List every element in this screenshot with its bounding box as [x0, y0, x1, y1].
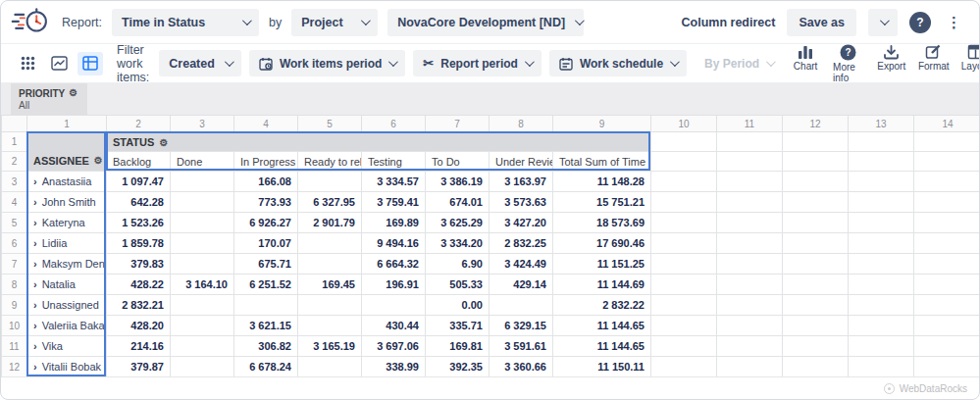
empty-cell[interactable]: [849, 132, 914, 152]
value-cell[interactable]: 3 621.15: [234, 316, 298, 336]
empty-cell[interactable]: [717, 316, 783, 336]
empty-cell[interactable]: [849, 172, 914, 192]
empty-value-cell[interactable]: [171, 172, 234, 192]
status-column-header[interactable]: Testing: [362, 152, 426, 172]
value-cell[interactable]: 11 144.65: [553, 316, 651, 336]
empty-cell[interactable]: [651, 295, 717, 316]
value-cell[interactable]: 6 329.15: [490, 316, 553, 336]
empty-value-cell[interactable]: [362, 295, 426, 316]
value-cell[interactable]: 3 386.19: [426, 172, 490, 192]
empty-cell[interactable]: [849, 213, 914, 233]
value-cell[interactable]: 6 251.52: [234, 275, 298, 295]
value-cell[interactable]: 214.16: [107, 336, 171, 357]
empty-cell[interactable]: [849, 357, 914, 377]
empty-cell[interactable]: [717, 233, 783, 254]
expand-chevron-icon[interactable]: ›: [33, 320, 37, 331]
empty-cell[interactable]: [914, 132, 980, 152]
empty-cell[interactable]: [651, 152, 717, 172]
value-cell[interactable]: 1 097.47: [107, 172, 171, 192]
empty-cell[interactable]: [717, 254, 783, 275]
empty-cell[interactable]: [783, 295, 849, 316]
empty-cell[interactable]: [783, 192, 849, 213]
status-column-header[interactable]: Done: [171, 152, 234, 172]
save-as-dropdown-button[interactable]: [868, 9, 898, 36]
empty-cell[interactable]: [914, 172, 980, 192]
empty-cell[interactable]: [914, 152, 980, 172]
empty-cell[interactable]: [651, 254, 717, 275]
project-select[interactable]: NovaCore Development [ND]: [387, 9, 584, 36]
status-column-header[interactable]: Total Sum of Time (hours): [553, 152, 651, 172]
gear-icon[interactable]: ⚙: [69, 88, 77, 98]
empty-cell[interactable]: [849, 336, 914, 357]
toolbar-action-layout[interactable]: Layout: [961, 44, 980, 72]
value-cell[interactable]: 6.90: [426, 254, 490, 275]
value-cell[interactable]: 675.71: [234, 254, 298, 275]
empty-cell[interactable]: [849, 233, 914, 254]
empty-cell[interactable]: [914, 336, 980, 357]
gear-icon[interactable]: ⚙: [94, 156, 103, 166]
value-cell[interactable]: 2 832.22: [553, 295, 651, 316]
empty-cell[interactable]: [783, 316, 849, 336]
expand-chevron-icon[interactable]: ›: [33, 340, 37, 352]
value-cell[interactable]: 170.07: [234, 233, 298, 254]
empty-cell[interactable]: [783, 275, 849, 295]
empty-cell[interactable]: [783, 172, 849, 192]
report-select[interactable]: Time in Status: [112, 9, 259, 36]
expand-chevron-icon[interactable]: ›: [33, 237, 37, 249]
empty-cell[interactable]: [914, 357, 980, 377]
empty-value-cell[interactable]: [298, 233, 362, 254]
status-dimension-cell[interactable]: STATUS⚙: [107, 132, 651, 152]
value-cell[interactable]: 196.91: [362, 275, 426, 295]
empty-cell[interactable]: [849, 275, 914, 295]
empty-cell[interactable]: [914, 233, 980, 254]
empty-value-cell[interactable]: [171, 295, 234, 316]
value-cell[interactable]: 11 151.25: [553, 254, 651, 275]
empty-cell[interactable]: [717, 152, 783, 172]
assignee-dimension-cell[interactable]: ASSIGNEE⚙: [27, 132, 107, 172]
assignee-row-label[interactable]: ›Anastasiia: [27, 172, 107, 192]
empty-cell[interactable]: [914, 213, 980, 233]
value-cell[interactable]: 3 360.66: [490, 357, 553, 377]
empty-cell[interactable]: [651, 357, 717, 377]
empty-cell[interactable]: [651, 172, 717, 192]
empty-cell[interactable]: [849, 152, 914, 172]
toolbar-action-more-info[interactable]: ?More info: [833, 44, 864, 83]
empty-cell[interactable]: [849, 254, 914, 275]
value-cell[interactable]: 428.20: [107, 316, 171, 336]
value-cell[interactable]: 379.83: [107, 254, 171, 275]
assignee-row-label[interactable]: ›Vika: [27, 336, 107, 357]
empty-value-cell[interactable]: [171, 357, 234, 377]
value-cell[interactable]: 17 690.46: [553, 233, 651, 254]
filter-work-items-select[interactable]: Created: [159, 50, 241, 76]
value-cell[interactable]: 169.45: [298, 275, 362, 295]
empty-cell[interactable]: [849, 295, 914, 316]
value-cell[interactable]: 3 759.41: [362, 192, 426, 213]
column-redirect-button[interactable]: Column redirect: [682, 16, 776, 29]
value-cell[interactable]: 3 573.63: [490, 192, 553, 213]
webdatarocks-brand-label[interactable]: WebDataRocks: [900, 383, 967, 394]
value-cell[interactable]: 3 163.97: [490, 172, 553, 192]
expand-chevron-icon[interactable]: ›: [33, 299, 37, 311]
assignee-row-label[interactable]: ›John Smith: [27, 192, 107, 213]
value-cell[interactable]: 335.71: [426, 316, 490, 336]
status-column-header[interactable]: Ready to release: [298, 152, 362, 172]
empty-cell[interactable]: [717, 213, 783, 233]
empty-cell[interactable]: [914, 275, 980, 295]
empty-cell[interactable]: [783, 213, 849, 233]
assignee-row-label[interactable]: ›Natalia: [27, 275, 107, 295]
value-cell[interactable]: 6 327.95: [298, 192, 362, 213]
empty-value-cell[interactable]: [171, 336, 234, 357]
value-cell[interactable]: 15 751.21: [553, 192, 651, 213]
assignee-row-label[interactable]: ›Unassigned: [27, 295, 107, 316]
value-cell[interactable]: 6 926.27: [234, 213, 298, 233]
empty-cell[interactable]: [849, 192, 914, 213]
expand-chevron-icon[interactable]: ›: [33, 361, 37, 373]
empty-value-cell[interactable]: [171, 213, 234, 233]
empty-cell[interactable]: [651, 275, 717, 295]
empty-cell[interactable]: [783, 233, 849, 254]
value-cell[interactable]: 379.87: [107, 357, 171, 377]
value-cell[interactable]: 338.99: [362, 357, 426, 377]
expand-chevron-icon[interactable]: ›: [33, 175, 37, 187]
value-cell[interactable]: 773.93: [234, 192, 298, 213]
value-cell[interactable]: 3 697.06: [362, 336, 426, 357]
